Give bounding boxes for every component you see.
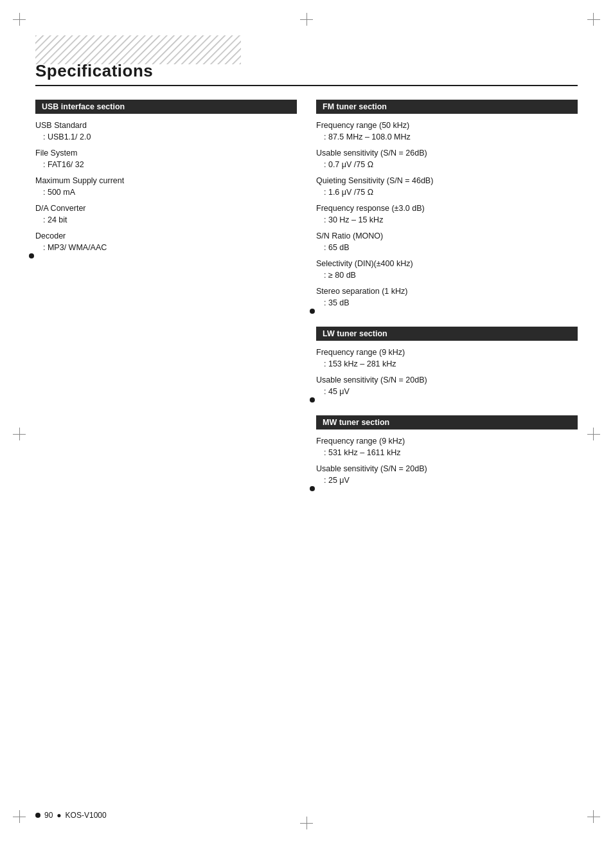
usb-standard-value: : USB1.1/ 2.0	[35, 132, 297, 143]
decoder-item: Decoder : MP3/ WMA/AAC	[35, 231, 297, 253]
two-columns-layout: USB interface section USB Standard : USB…	[35, 100, 578, 504]
mw-section-header: MW tuner section	[316, 415, 578, 429]
da-converter-label: D/A Converter	[35, 203, 297, 215]
footer-dot	[35, 813, 40, 818]
max-supply-label: Maximum Supply current	[35, 176, 297, 187]
fm-sn-ratio-value: : 65 dB	[316, 242, 578, 254]
title-underline	[35, 85, 578, 86]
lw-usable-sens-label: Usable sensitivity (S/N = 20dB)	[316, 375, 578, 386]
mw-freq-range-label: Frequency range (9 kHz)	[316, 436, 578, 448]
center-mark-left	[13, 428, 26, 440]
fm-freq-response-value: : 30 Hz – 15 kHz	[316, 215, 578, 226]
page-header: Specifications	[35, 61, 578, 86]
decoder-value: : MP3/ WMA/AAC	[35, 242, 297, 254]
da-converter-value: : 24 bit	[35, 215, 297, 226]
corner-mark-br	[581, 810, 600, 829]
diagonal-decoration	[35, 35, 241, 64]
lw-usable-sens-item: Usable sensitivity (S/N = 20dB) : 45 μV	[316, 375, 578, 397]
mw-freq-range-item: Frequency range (9 kHz) : 531 kHz – 1611…	[316, 436, 578, 458]
fm-selectivity-value: : ≥ 80 dB	[316, 270, 578, 282]
center-mark-right	[587, 428, 600, 440]
max-supply-value: : 500 mA	[35, 187, 297, 199]
fm-stereo-sep-label: Stereo separation (1 kHz)	[316, 286, 578, 298]
fm-bullet-dot	[310, 309, 315, 314]
content-area: USB interface section USB Standard : USB…	[35, 100, 578, 504]
decoder-label: Decoder	[35, 231, 297, 242]
usb-standard-item: USB Standard : USB1.1/ 2.0	[35, 120, 297, 143]
page-title: Specifications	[35, 61, 578, 81]
lw-section-header: LW tuner section	[316, 327, 578, 341]
usb-section-header: USB interface section	[35, 100, 297, 114]
fm-usable-sens-item: Usable sensitivity (S/N = 26dB) : 0.7 μV…	[316, 148, 578, 170]
fm-freq-range-item: Frequency range (50 kHz) : 87.5 MHz – 10…	[316, 120, 578, 143]
right-column: FM tuner section Frequency range (50 kHz…	[316, 100, 578, 504]
corner-mark-bl	[13, 810, 32, 829]
fm-quieting-value: : 1.6 μV /75 Ω	[316, 187, 578, 199]
lw-usable-sens-value: : 45 μV	[316, 386, 578, 398]
fm-quieting-label: Quieting Sensitivity (S/N = 46dB)	[316, 176, 578, 187]
usb-bullet-dot	[29, 253, 34, 258]
usb-section: USB interface section USB Standard : USB…	[35, 100, 297, 253]
model-name: KOS-V1000	[66, 811, 107, 820]
fm-section: FM tuner section Frequency range (50 kHz…	[316, 100, 578, 309]
fm-freq-response-label: Frequency response (±3.0 dB)	[316, 203, 578, 215]
center-mark-bottom	[300, 817, 313, 829]
left-column: USB interface section USB Standard : USB…	[35, 100, 297, 504]
fm-sn-ratio-label: S/N Ratio (MONO)	[316, 231, 578, 242]
max-supply-item: Maximum Supply current : 500 mA	[35, 176, 297, 198]
lw-bullet-dot	[310, 397, 315, 402]
mw-section: MW tuner section Frequency range (9 kHz)…	[316, 415, 578, 486]
corner-mark-tl	[13, 13, 32, 32]
center-mark-top	[300, 13, 313, 26]
lw-freq-range-item: Frequency range (9 kHz) : 153 kHz – 281 …	[316, 347, 578, 370]
lw-freq-range-label: Frequency range (9 kHz)	[316, 347, 578, 359]
file-system-label: File System	[35, 148, 297, 159]
fm-stereo-sep-value: : 35 dB	[316, 298, 578, 309]
fm-stereo-sep-item: Stereo separation (1 kHz) : 35 dB	[316, 286, 578, 309]
mw-usable-sens-label: Usable sensitivity (S/N = 20dB)	[316, 464, 578, 475]
mw-usable-sens-value: : 25 μV	[316, 475, 578, 487]
mw-freq-range-value: : 531 kHz – 1611 kHz	[316, 448, 578, 459]
fm-quieting-item: Quieting Sensitivity (S/N = 46dB) : 1.6 …	[316, 176, 578, 198]
fm-usable-sens-value: : 0.7 μV /75 Ω	[316, 159, 578, 171]
svg-rect-1	[35, 35, 241, 64]
corner-mark-tr	[581, 13, 600, 32]
fm-freq-range-value: : 87.5 MHz – 108.0 MHz	[316, 132, 578, 143]
fm-usable-sens-label: Usable sensitivity (S/N = 26dB)	[316, 148, 578, 159]
fm-selectivity-label: Selectivity (DIN)(±400 kHz)	[316, 258, 578, 270]
lw-freq-range-value: : 153 kHz – 281 kHz	[316, 359, 578, 370]
fm-freq-response-item: Frequency response (±3.0 dB) : 30 Hz – 1…	[316, 203, 578, 226]
lw-section: LW tuner section Frequency range (9 kHz)…	[316, 327, 578, 397]
da-converter-item: D/A Converter : 24 bit	[35, 203, 297, 226]
fm-selectivity-item: Selectivity (DIN)(±400 kHz) : ≥ 80 dB	[316, 258, 578, 281]
footer-separator: ●	[57, 811, 61, 820]
fm-section-header: FM tuner section	[316, 100, 578, 114]
page-number: 90	[44, 811, 53, 820]
fm-sn-ratio-item: S/N Ratio (MONO) : 65 dB	[316, 231, 578, 253]
file-system-item: File System : FAT16/ 32	[35, 148, 297, 170]
mw-usable-sens-item: Usable sensitivity (S/N = 20dB) : 25 μV	[316, 464, 578, 486]
file-system-value: : FAT16/ 32	[35, 159, 297, 171]
usb-standard-label: USB Standard	[35, 120, 297, 132]
fm-freq-range-label: Frequency range (50 kHz)	[316, 120, 578, 132]
mw-bullet-dot	[310, 486, 315, 491]
footer: 90 ● KOS-V1000	[35, 811, 107, 820]
